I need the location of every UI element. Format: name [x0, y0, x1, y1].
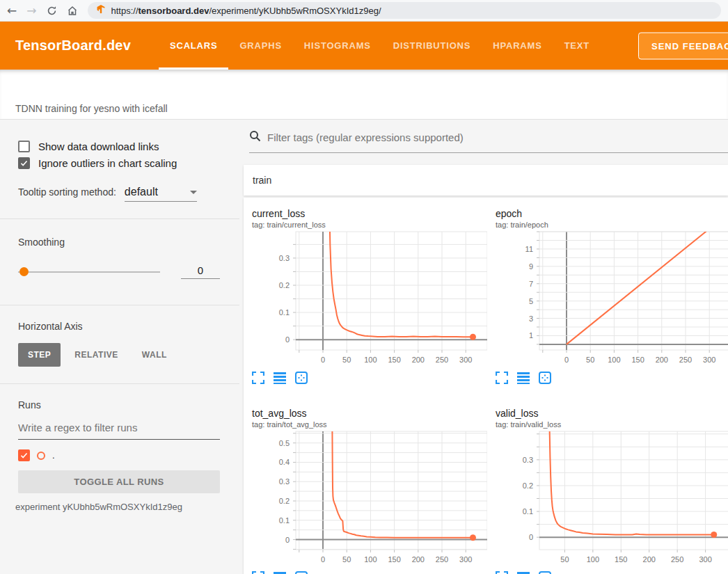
chart-tag: tag: train/epoch — [496, 221, 728, 229]
app-header: TensorBoard.dev SCALARS GRAPHS HISTOGRAM… — [0, 22, 728, 70]
fit-domain-icon[interactable] — [295, 571, 308, 574]
svg-text:150: 150 — [388, 356, 400, 364]
toggle-y-axis-icon[interactable] — [517, 571, 530, 574]
svg-text:200: 200 — [643, 555, 656, 564]
svg-text:0: 0 — [285, 536, 290, 544]
tab-text[interactable]: TEXT — [553, 22, 601, 70]
chart-title: valid_loss — [496, 408, 728, 419]
toggle-y-axis-icon[interactable] — [274, 372, 286, 384]
svg-text:0.2: 0.2 — [279, 497, 290, 505]
svg-text:0.2: 0.2 — [279, 281, 290, 289]
search-icon — [249, 130, 261, 145]
tab-hparams[interactable]: HPARAMS — [482, 22, 553, 70]
toggle-y-axis-icon[interactable] — [274, 571, 286, 574]
back-icon[interactable]: ← — [7, 5, 17, 17]
selected-value: default — [125, 186, 158, 198]
tab-histograms[interactable]: HISTOGRAMS — [293, 22, 382, 70]
chart-title: tot_avg_loss — [252, 408, 487, 419]
expand-chart-icon[interactable] — [496, 571, 508, 574]
smoothing-value[interactable]: 0 — [181, 264, 220, 279]
tag-filter-row — [249, 130, 728, 153]
svg-text:50: 50 — [342, 356, 351, 364]
svg-text:0.1: 0.1 — [279, 308, 290, 317]
smoothing-slider-row: 0 — [18, 264, 220, 279]
horizontal-axis-label: Horizontal Axis — [18, 321, 220, 332]
experiment-id: experiment yKUbhb5wRmOSXYkId1z9eg — [15, 502, 220, 512]
run-row[interactable]: . — [18, 449, 220, 461]
runs-regex-input[interactable] — [18, 419, 220, 440]
slider-thumb[interactable] — [19, 267, 29, 276]
url-bar[interactable]: https://tensorboard.dev/experiment/yKUbh… — [88, 2, 722, 19]
step-button[interactable]: STEP — [18, 343, 61, 367]
svg-text:0.2: 0.2 — [523, 481, 533, 490]
svg-text:250: 250 — [671, 555, 683, 564]
reload-icon[interactable] — [47, 6, 57, 16]
experiment-title: TDNN training for yesno with icefall — [15, 103, 728, 114]
svg-text:250: 250 — [679, 356, 692, 364]
tooltip-sorting-row: Tooltip sorting method: default — [18, 186, 220, 202]
forward-icon[interactable]: → — [26, 5, 36, 17]
ignore-outliers-row[interactable]: Ignore outliers in chart scaling — [18, 157, 220, 169]
svg-text:250: 250 — [436, 356, 448, 364]
svg-text:50: 50 — [342, 555, 351, 564]
checkbox-label: Ignore outliers in chart scaling — [38, 157, 177, 169]
chevron-down-icon — [190, 191, 197, 194]
tooltip-sorting-select[interactable]: default — [125, 186, 197, 202]
svg-text:0.4: 0.4 — [279, 458, 290, 466]
checkbox-label: Show data download links — [38, 141, 159, 152]
checkbox-icon[interactable] — [18, 157, 30, 169]
svg-text:200: 200 — [656, 356, 668, 364]
smoothing-slider[interactable] — [18, 267, 160, 276]
run-checkbox[interactable] — [18, 449, 30, 461]
tab-scalars[interactable]: SCALARS — [159, 22, 228, 70]
svg-text:200: 200 — [412, 356, 425, 364]
chart-title: current_loss — [252, 208, 487, 219]
relative-button[interactable]: RELATIVE — [65, 343, 127, 367]
chart-actions — [496, 571, 728, 574]
svg-text:50: 50 — [560, 555, 569, 564]
toggle-all-runs-button[interactable]: TOGGLE ALL RUNS — [18, 470, 220, 493]
line-chart[interactable]: 05010015020025030000.10.20.3 — [252, 230, 487, 367]
expand-chart-icon[interactable] — [496, 372, 508, 384]
chart-tag: tag: train/valid_loss — [496, 420, 728, 429]
expand-chart-icon[interactable] — [252, 571, 264, 574]
svg-text:0.1: 0.1 — [279, 516, 290, 525]
fit-domain-icon[interactable] — [295, 372, 308, 384]
tooltip-sorting-label: Tooltip sorting method: — [18, 186, 116, 198]
url-text: https://tensorboard.dev/experiment/yKUbh… — [111, 6, 381, 16]
fit-domain-icon[interactable] — [539, 571, 551, 574]
tensorboard-logo-icon — [96, 4, 106, 17]
svg-text:0.5: 0.5 — [279, 439, 290, 447]
toggle-y-axis-icon[interactable] — [517, 372, 530, 384]
chart-actions — [252, 571, 487, 574]
fit-domain-icon[interactable] — [539, 372, 551, 384]
svg-text:3: 3 — [529, 314, 533, 323]
tab-graphs[interactable]: GRAPHS — [228, 22, 292, 70]
main-panel: train current_loss tag: train/current_lo… — [239, 120, 728, 574]
section-header-train[interactable]: train — [244, 165, 728, 196]
checkbox-icon[interactable] — [18, 141, 30, 152]
svg-text:150: 150 — [631, 356, 644, 364]
svg-text:7: 7 — [529, 280, 533, 288]
line-chart[interactable]: 05010015020025030000.10.20.30.40.5 — [252, 430, 487, 566]
chart-current-loss: current_loss tag: train/current_loss 050… — [252, 208, 487, 384]
svg-text:0: 0 — [321, 555, 325, 564]
tensorboard-page: { "browser": { "url_scheme": "https://",… — [0, 0, 728, 574]
svg-text:0: 0 — [529, 533, 533, 541]
svg-text:0.3: 0.3 — [279, 254, 290, 262]
line-chart[interactable]: 5010015020025030000.10.20.3 — [496, 430, 728, 566]
send-feedback-button[interactable]: SEND FEEDBACK — [638, 32, 728, 59]
chart-tag: tag: train/tot_avg_loss — [252, 420, 487, 429]
tag-filter-input[interactable] — [267, 131, 728, 143]
show-download-links-row[interactable]: Show data download links — [18, 141, 220, 152]
wall-button[interactable]: WALL — [132, 343, 177, 367]
home-icon[interactable] — [67, 5, 78, 16]
line-chart[interactable]: 0501001502002503001357911 — [496, 230, 728, 367]
svg-text:300: 300 — [459, 555, 472, 564]
expand-chart-icon[interactable] — [252, 372, 264, 384]
slider-track — [18, 271, 160, 273]
tab-distributions[interactable]: DISTRIBUTIONS — [382, 22, 482, 70]
svg-text:0.1: 0.1 — [523, 507, 533, 516]
svg-text:0: 0 — [321, 356, 325, 364]
chart-tag: tag: train/current_loss — [252, 221, 487, 229]
